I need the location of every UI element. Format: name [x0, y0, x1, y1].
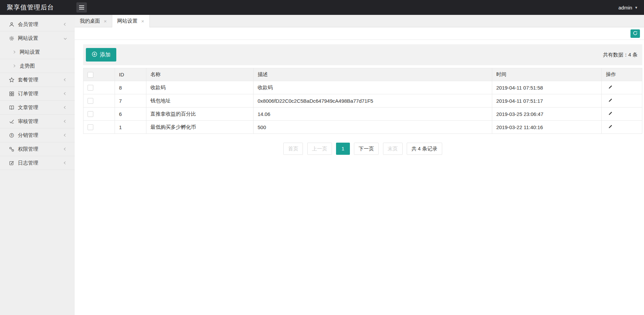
row-checkbox[interactable] — [88, 111, 93, 117]
cell-time: 2019-04-11 07:51:58 — [492, 81, 602, 94]
sidebar-subitem-site-settings[interactable]: 网站设置 — [0, 45, 75, 59]
sidebar-item-audit[interactable]: 审核管理 — [0, 115, 75, 128]
user-menu[interactable]: admin ▼ — [618, 5, 644, 10]
close-icon[interactable]: × — [104, 18, 107, 24]
column-header-desc: 描述 — [254, 68, 492, 81]
pagination-first-button[interactable]: 首页 — [283, 143, 303, 155]
cell-name: 收款码 — [146, 81, 254, 94]
table-row: 8收款码收款码2019-04-11 07:51:58 — [84, 81, 642, 94]
tab-my-desktop[interactable]: 我的桌面 × — [75, 15, 112, 27]
row-checkbox[interactable] — [88, 85, 93, 91]
plus-circle-icon — [92, 51, 97, 58]
cell-desc: 14.06 — [254, 107, 492, 121]
sidebar: 会员管理 网站设置 网站设置 走势图 套餐管理 — [0, 15, 75, 315]
settings-table: ID 名称 描述 时间 操作 8收款码收款码2019-04-11 07:51:5… — [83, 68, 642, 134]
cell-desc: 收款码 — [254, 81, 492, 94]
column-header-id: ID — [115, 68, 146, 81]
sidebar-item-site-settings[interactable]: 网站设置 — [0, 31, 75, 45]
caret-down-icon: ▼ — [635, 6, 638, 9]
pagination-prev-button[interactable]: 上一页 — [307, 143, 332, 155]
tab-label: 我的桌面 — [80, 18, 100, 24]
sidebar-item-orders[interactable]: 订单管理 — [0, 87, 75, 101]
sidebar-subitem-trend-chart[interactable]: 走势图 — [0, 59, 75, 73]
row-checkbox[interactable] — [88, 98, 93, 104]
column-header-name: 名称 — [146, 68, 254, 81]
cell-time: 2019-03-22 11:40:16 — [492, 121, 602, 134]
refresh-icon — [633, 30, 638, 37]
sidebar-item-label: 订单管理 — [18, 91, 38, 97]
chevron-left-icon — [64, 148, 67, 151]
toolbar-strip — [75, 27, 644, 40]
cell-time: 2019-04-11 07:51:17 — [492, 94, 602, 107]
sidebar-item-logs[interactable]: 日志管理 — [0, 156, 75, 170]
cell-time: 2019-03-25 23:06:47 — [492, 107, 602, 121]
total-count-label: 共有数据：4 条 — [603, 52, 638, 58]
top-header: 聚享值管理后台 admin ▼ — [0, 0, 644, 15]
chevron-left-icon — [64, 106, 67, 109]
table-header-row: ID 名称 描述 时间 操作 — [84, 68, 642, 81]
edit-icon[interactable] — [608, 124, 613, 129]
add-button[interactable]: 添加 — [86, 48, 116, 62]
star-icon — [9, 77, 15, 83]
cell-name: 最低购买多少孵化币 — [146, 121, 254, 134]
pagination-next-button[interactable]: 下一页 — [354, 143, 379, 155]
user-icon — [9, 22, 15, 27]
svg-text:$: $ — [11, 134, 13, 137]
sidebar-item-label: 网站设置 — [18, 35, 38, 42]
chevron-left-icon — [64, 120, 67, 123]
log-icon — [9, 160, 15, 166]
chevron-right-icon — [13, 51, 16, 54]
sidebar-item-articles[interactable]: 文章管理 — [0, 101, 75, 115]
pagination: 首页 上一页 1 下一页 末页 共 4 条记录 — [83, 143, 642, 155]
chevron-left-icon — [64, 78, 67, 81]
tab-bar: 我的桌面 × 网站设置 × — [75, 15, 644, 27]
cell-desc: 500 — [254, 121, 492, 134]
sidebar-item-label: 会员管理 — [18, 21, 38, 28]
sidebar-item-member[interactable]: 会员管理 — [0, 18, 75, 31]
username: admin — [618, 5, 632, 10]
cell-name: 钱包地址 — [146, 94, 254, 107]
sidebar-item-label: 权限管理 — [18, 146, 38, 152]
select-all-checkbox[interactable] — [88, 72, 93, 78]
book-icon — [9, 105, 15, 111]
edit-icon[interactable] — [608, 84, 613, 90]
table-row: 1最低购买多少孵化币5002019-03-22 11:40:16 — [84, 121, 642, 134]
chevron-left-icon — [64, 23, 67, 26]
sidebar-subitem-label: 网站设置 — [20, 49, 40, 55]
sidebar-item-label: 审核管理 — [18, 118, 38, 125]
chevron-left-icon — [64, 92, 67, 95]
sidebar-item-label: 文章管理 — [18, 104, 38, 111]
cell-id: 6 — [115, 107, 146, 121]
pagination-total-label: 共 4 条记录 — [407, 143, 442, 155]
hamburger-menu-icon[interactable] — [76, 2, 87, 13]
tab-label: 网站设置 — [117, 18, 138, 24]
link-icon — [9, 146, 15, 152]
table-row: 6直推拿收益的百分比14.062019-03-25 23:06:47 — [84, 107, 642, 121]
column-header-time: 时间 — [492, 68, 602, 81]
cell-id: 8 — [115, 81, 146, 94]
edit-icon[interactable] — [608, 98, 613, 103]
sidebar-item-package[interactable]: 套餐管理 — [0, 73, 75, 87]
pagination-last-button[interactable]: 末页 — [383, 143, 403, 155]
dollar-icon: $ — [9, 132, 15, 138]
table-row: 7钱包地址0x8006fD22C0c2C5BaDc647949cA498Ba77… — [84, 94, 642, 107]
app-title: 聚享值管理后台 — [0, 3, 54, 12]
chevron-down-icon — [64, 37, 67, 40]
sidebar-item-distribution[interactable]: $ 分销管理 — [0, 128, 75, 142]
cell-name: 直推拿收益的百分比 — [146, 107, 254, 121]
cell-id: 7 — [115, 94, 146, 107]
close-icon[interactable]: × — [141, 18, 144, 24]
column-header-action: 操作 — [602, 68, 642, 81]
add-button-label: 添加 — [100, 51, 111, 58]
sidebar-subitem-label: 走势图 — [20, 63, 35, 69]
pagination-page-1-button[interactable]: 1 — [336, 143, 350, 155]
tab-site-settings[interactable]: 网站设置 × — [112, 15, 150, 27]
edit-icon[interactable] — [608, 111, 613, 116]
refresh-button[interactable] — [630, 29, 640, 38]
sidebar-item-permissions[interactable]: 权限管理 — [0, 142, 75, 156]
row-checkbox[interactable] — [88, 124, 93, 130]
audit-icon — [9, 119, 15, 124]
table-body: 8收款码收款码2019-04-11 07:51:587钱包地址0x8006fD2… — [84, 81, 642, 134]
gear-icon — [9, 35, 15, 41]
cell-id: 1 — [115, 121, 146, 134]
